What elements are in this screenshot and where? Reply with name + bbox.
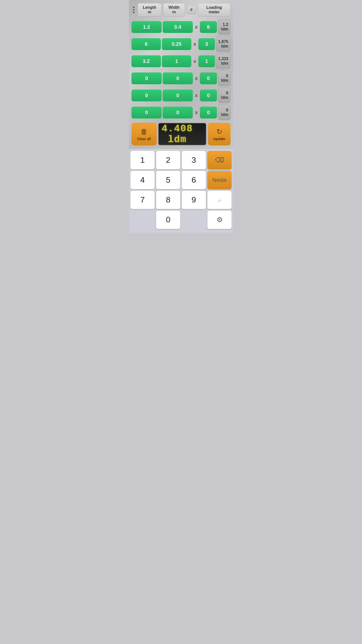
key-4[interactable]: 4 [130,171,155,189]
multiply-sign-2: x [192,58,197,64]
multiply-sign-5: x [194,110,199,115]
qty-input-0[interactable]: 6 [200,21,217,33]
length-input-3[interactable]: 0 [131,72,162,84]
clear-all-label: Clear all [137,137,151,141]
keyboard: 1 2 3 ⌫ 4 5 6 Neste 7 8 9 .- 0 ⚙ [129,149,233,233]
width-input-2[interactable]: 1 [162,55,191,67]
key-empty-left [130,211,155,229]
table-row: 0 0 x 0 0 ldm [131,88,231,103]
key-9[interactable]: 9 [182,191,206,209]
update-label: Update [213,137,225,141]
kb-row-4: 0 ⚙ [130,211,232,229]
header-row: Length m Width m # Loading meter [131,3,231,17]
total-row: 🗑 Clear all 4.408 ldm ↻ Update [131,123,231,145]
length-input-2[interactable]: 3.2 [131,55,161,67]
key-backspace[interactable]: ⌫ [207,151,232,169]
menu-dot [133,9,134,11]
length-input-5[interactable]: 0 [131,107,162,118]
qty-input-4[interactable]: 0 [200,90,217,101]
kb-row-2: 4 5 6 Neste [130,171,232,189]
result-3: 0 ldm [218,70,231,86]
result-2: 1.333 ldm [216,53,231,69]
total-display: 4.408 ldm [158,123,206,145]
multiply-sign-3: x [194,75,199,81]
key-5[interactable]: 5 [156,171,180,189]
kb-row-1: 1 2 3 ⌫ [130,151,232,169]
width-input-0[interactable]: 0.4 [163,21,193,33]
menu-dot [133,12,134,13]
data-rows: 1.2 0.4 x 6 1.2 ldm 6 0.25 x 3 1.875 ldm… [131,19,231,120]
tab-width[interactable]: Width m [163,3,185,17]
table-row: 3.2 1 x 1 1.333 ldm [131,53,231,69]
result-4: 0 ldm [218,88,231,103]
key-settings[interactable]: ⚙ [207,211,232,229]
total-unit: ldm [168,134,187,145]
trash-icon: 🗑 [141,128,148,136]
tab-length[interactable]: Length m [138,3,162,17]
key-7[interactable]: 7 [130,191,155,209]
menu-dot [133,7,134,8]
multiply-sign-1: x [192,41,197,47]
width-input-1[interactable]: 0.25 [162,38,191,50]
length-input-4[interactable]: 0 [131,90,162,101]
total-number: 4.408 [162,123,193,134]
width-input-5[interactable]: 0 [163,107,193,118]
refresh-icon: ↻ [216,128,222,136]
table-row: 0 0 x 0 0 ldm [131,105,231,120]
qty-input-3[interactable]: 0 [200,72,217,84]
clear-all-button[interactable]: 🗑 Clear all [131,123,157,145]
key-8[interactable]: 8 [156,191,180,209]
key-dotdash[interactable]: .- [207,191,232,209]
key-0[interactable]: 0 [156,211,180,229]
length-input-0[interactable]: 1.2 [131,21,162,33]
update-button[interactable]: ↻ Update [208,123,231,145]
tab-loading-meter[interactable]: Loading meter [198,3,231,17]
result-1: 1.875 ldm [216,36,231,52]
backspace-icon: ⌫ [215,156,224,164]
key-2[interactable]: 2 [156,151,180,169]
key-1[interactable]: 1 [130,151,155,169]
qty-input-2[interactable]: 1 [198,55,215,67]
width-input-4[interactable]: 0 [163,90,193,101]
key-3[interactable]: 3 [182,151,206,169]
multiply-sign-4: x [194,93,199,98]
key-empty-right [182,211,206,229]
menu-dots-button[interactable] [131,6,136,14]
multiply-sign-0: x [194,24,199,30]
calculator-panel: Length m Width m # Loading meter 1.2 0.4… [129,0,233,149]
length-input-1[interactable]: 6 [131,38,161,50]
total-value: 4.408 ldm [162,123,203,145]
result-0: 1.2 ldm [218,19,231,35]
table-row: 1.2 0.4 x 6 1.2 ldm [131,19,231,35]
result-5: 0 ldm [218,105,231,120]
tab-hash[interactable]: # [187,5,196,14]
key-6[interactable]: 6 [182,171,206,189]
qty-input-5[interactable]: 0 [200,107,217,118]
key-neste[interactable]: Neste [207,171,232,189]
table-row: 6 0.25 x 3 1.875 ldm [131,36,231,52]
table-row: 0 0 x 0 0 ldm [131,70,231,86]
width-input-3[interactable]: 0 [163,72,193,84]
kb-row-3: 7 8 9 .- [130,191,232,209]
qty-input-1[interactable]: 3 [198,38,215,50]
